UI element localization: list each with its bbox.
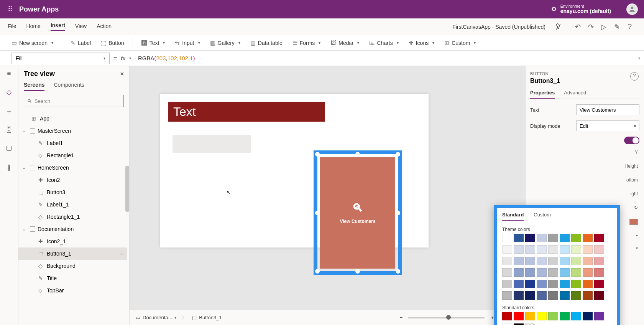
color-swatch[interactable]: [502, 280, 512, 288]
menu-view[interactable]: View: [75, 23, 87, 31]
color-swatch[interactable]: [525, 245, 535, 254]
color-swatch[interactable]: [502, 323, 512, 325]
menu-action[interactable]: Action: [97, 23, 112, 31]
menu-insert[interactable]: Insert: [51, 22, 65, 31]
color-swatch[interactable]: [548, 257, 558, 265]
insert-button[interactable]: ⬚Button: [97, 38, 128, 48]
tree-screen-home[interactable]: ⌄HomeScreen: [18, 162, 127, 174]
add-rail-icon[interactable]: ＋: [6, 107, 12, 116]
color-swatch[interactable]: [594, 245, 604, 254]
color-swatch[interactable]: [583, 312, 593, 320]
color-swatch[interactable]: [537, 268, 547, 277]
color-swatch[interactable]: [502, 234, 512, 242]
color-swatch[interactable]: [571, 257, 581, 265]
help-icon[interactable]: ?: [630, 72, 639, 81]
zoom-slider[interactable]: [408, 317, 485, 318]
tree-item[interactable]: ✚Icon2: [18, 174, 127, 186]
tree-screen-master[interactable]: ⌄MasterScreen: [18, 125, 127, 137]
property-selector[interactable]: Fill▾: [12, 53, 110, 64]
tab-advanced[interactable]: Advanced: [564, 90, 586, 99]
tree-item[interactable]: ◇Background: [18, 260, 127, 272]
tree-item[interactable]: ✎Title: [18, 272, 127, 284]
color-swatch[interactable]: [525, 280, 535, 288]
color-swatch[interactable]: [583, 234, 593, 242]
hamburger-icon[interactable]: ≡: [7, 70, 11, 78]
color-swatch[interactable]: [560, 280, 570, 288]
color-swatch[interactable]: [514, 291, 524, 300]
insert-gallery[interactable]: ▦Gallery: [206, 38, 244, 48]
undo-icon[interactable]: ↶: [571, 23, 584, 31]
tab-properties[interactable]: Properties: [530, 90, 555, 99]
color-swatch[interactable]: [583, 280, 593, 288]
color-swatch[interactable]: [583, 268, 593, 277]
cp-tab-standard[interactable]: Standard: [502, 212, 524, 221]
formula-expand-icon[interactable]: ▾: [638, 56, 640, 60]
color-swatch[interactable]: [502, 268, 512, 277]
color-swatch[interactable]: [560, 257, 570, 265]
color-swatch[interactable]: [560, 312, 570, 320]
tree-item[interactable]: ✚Icon2_1: [18, 235, 127, 247]
treeview-scrollbar[interactable]: [125, 166, 129, 323]
color-swatch[interactable]: [537, 234, 547, 242]
color-swatch[interactable]: [583, 245, 593, 254]
color-swatch[interactable]: [594, 234, 604, 242]
reset-icon[interactable]: ↻: [634, 205, 638, 210]
color-swatch[interactable]: [525, 268, 535, 277]
app-checker-icon[interactable]: ℣: [552, 23, 565, 31]
color-swatch[interactable]: [560, 268, 570, 277]
color-swatch[interactable]: [548, 234, 558, 242]
menu-home[interactable]: Home: [26, 23, 41, 31]
color-swatch[interactable]: [525, 234, 535, 242]
zoom-out-icon[interactable]: −: [400, 315, 403, 320]
color-swatch[interactable]: [571, 234, 581, 242]
tree-screen-doc[interactable]: ⌄Documentation: [18, 223, 127, 235]
color-swatch[interactable]: [560, 291, 570, 300]
cp-tab-custom[interactable]: Custom: [534, 212, 551, 221]
breadcrumb-control[interactable]: ⬚ Button3_1: [192, 315, 222, 320]
color-swatch[interactable]: [525, 257, 535, 265]
menu-file[interactable]: File: [8, 23, 16, 31]
more-icon[interactable]: ···: [119, 251, 124, 257]
color-swatch[interactable]: [548, 245, 558, 254]
color-swatch[interactable]: [560, 245, 570, 254]
color-swatch[interactable]: [514, 280, 524, 288]
tree-item[interactable]: ◇TopBar: [18, 284, 127, 297]
canvas-selected-button[interactable]: 🔍︎ View Customers: [314, 150, 402, 275]
tools-rail-icon[interactable]: ∦: [7, 163, 11, 172]
tree-item[interactable]: ◇Rectangle1_1: [18, 211, 127, 223]
insert-icons[interactable]: ✚Icons: [405, 38, 438, 48]
color-swatch[interactable]: [548, 268, 558, 277]
tree-item[interactable]: ✎Label1: [18, 137, 127, 149]
play-icon[interactable]: ▷: [597, 23, 610, 31]
fx-icon[interactable]: fx: [121, 55, 125, 61]
insert-text[interactable]: 🅰︎Text: [138, 38, 169, 48]
color-swatch[interactable]: [583, 291, 593, 300]
resize-handle[interactable]: [315, 269, 320, 274]
tree-item-selected[interactable]: ⬚Button3_1···: [18, 247, 127, 260]
color-swatch[interactable]: [502, 291, 512, 300]
color-swatch[interactable]: [525, 312, 535, 320]
tree-app[interactable]: ⊞App: [18, 112, 127, 125]
share-icon[interactable]: ✎︎: [610, 23, 623, 31]
resize-handle[interactable]: [396, 211, 400, 215]
tree-item[interactable]: ⬚Button3: [18, 186, 127, 198]
help-icon[interactable]: ?: [623, 23, 636, 31]
color-swatch[interactable]: [594, 268, 604, 277]
breadcrumb-screen[interactable]: ▭ Documenta... ▾: [136, 315, 176, 320]
color-swatch[interactable]: [571, 280, 581, 288]
color-swatch[interactable]: [502, 312, 512, 320]
color-swatch[interactable]: [537, 291, 547, 300]
prop-text-input[interactable]: View Customers: [576, 104, 639, 115]
color-swatch[interactable]: [594, 257, 604, 265]
tab-screens[interactable]: Screens: [24, 82, 44, 91]
color-swatch[interactable]: [548, 280, 558, 288]
color-swatch[interactable]: [571, 268, 581, 277]
resize-handle[interactable]: [355, 152, 360, 157]
tree-item[interactable]: ◇Rectangle1: [18, 149, 127, 162]
fill-swatch[interactable]: [629, 219, 638, 225]
color-swatch[interactable]: [502, 245, 512, 254]
color-swatch[interactable]: [537, 257, 547, 265]
color-swatch[interactable]: [594, 312, 604, 320]
avatar[interactable]: [626, 3, 638, 15]
color-swatch[interactable]: [548, 291, 558, 300]
